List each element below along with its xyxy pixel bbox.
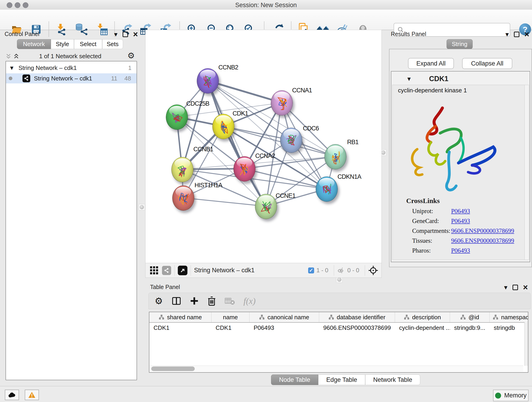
column-header-name[interactable]: name bbox=[211, 312, 249, 322]
panel-collapse-icon[interactable]: ▼ bbox=[505, 32, 509, 37]
table-row[interactable]: CDK1CDK1P064939606.ENSP00000378699cyclin… bbox=[149, 323, 528, 333]
crosslink-label: Tissues: bbox=[412, 237, 451, 244]
birdseye-toggle-icon[interactable] bbox=[178, 266, 187, 275]
panel-float-icon[interactable] bbox=[123, 32, 128, 37]
cell-namespace[interactable]: stringdb bbox=[490, 324, 528, 332]
network-node-CCNE1[interactable] bbox=[255, 194, 277, 219]
panel-close-icon[interactable]: × bbox=[133, 32, 138, 37]
node-label-CDKN1A: CDKN1A bbox=[337, 173, 361, 180]
network-node-CDKN1A[interactable] bbox=[316, 177, 338, 202]
collapse-all-button[interactable]: Collapse All bbox=[462, 58, 512, 69]
node-label-HIST1H1A: HIST1H1A bbox=[195, 182, 222, 189]
network-selector-row: 1 of 1 Network selected ⚙ bbox=[0, 51, 140, 61]
edge-CCNE1-HIST1H1A[interactable] bbox=[183, 198, 266, 206]
network-canvas[interactable]: CCNB2CCNA1CDC25BCDK1CDC6RB1CCNB1CCNA2CDK… bbox=[145, 30, 382, 263]
import-network-file-icon[interactable] bbox=[55, 22, 68, 36]
crosslink-link[interactable]: 9606.ENSP00000378699 bbox=[451, 237, 514, 244]
protein-squiggle bbox=[275, 96, 288, 111]
table-horizontal-scrollbar[interactable] bbox=[150, 366, 523, 372]
tab-node-table[interactable]: Node Table bbox=[271, 375, 318, 385]
column-header-shared-name[interactable]: shared name bbox=[149, 312, 211, 322]
tab-select[interactable]: Select bbox=[74, 39, 102, 49]
left-splitter-handle[interactable] bbox=[139, 204, 145, 211]
delete-table-icon[interactable] bbox=[225, 297, 235, 305]
memory-button[interactable]: Memory bbox=[493, 390, 529, 401]
column-header-canonical-name[interactable]: canonical name bbox=[249, 312, 319, 322]
warnings-button[interactable] bbox=[25, 390, 39, 400]
network-node-HIST1H1A[interactable] bbox=[172, 185, 194, 211]
cell-shared-name[interactable]: CDK1 bbox=[149, 324, 211, 332]
network-node-CCNB1[interactable] bbox=[171, 157, 193, 182]
crosslink-label: Compartments: bbox=[412, 227, 451, 235]
tab-edge-table[interactable]: Edge Table bbox=[318, 375, 365, 385]
column-network-icon bbox=[329, 314, 334, 320]
panel-collapse-icon[interactable]: ▼ bbox=[114, 32, 118, 37]
cell-description[interactable]: cyclin-dependent ... bbox=[395, 324, 450, 332]
panel-collapse-icon[interactable]: ▼ bbox=[504, 285, 507, 290]
function-builder-icon[interactable]: f(x) bbox=[244, 296, 256, 306]
network-node-RB1[interactable] bbox=[324, 144, 346, 169]
column-header-@id[interactable]: @id bbox=[450, 312, 490, 322]
cell-canonical-name[interactable]: P06493 bbox=[249, 324, 319, 332]
table-header-row: shared namenamecanonical namedatabase id… bbox=[149, 312, 528, 323]
column-header-description[interactable]: description bbox=[395, 312, 450, 322]
crosslink-link[interactable]: P06493 bbox=[451, 247, 470, 254]
panel-float-icon[interactable] bbox=[513, 285, 518, 290]
results-scrollbar[interactable] bbox=[525, 85, 529, 260]
cell-name[interactable]: CDK1 bbox=[211, 324, 249, 332]
crosslink-link[interactable]: P06493 bbox=[451, 217, 470, 225]
network-node-CCNA2[interactable] bbox=[234, 156, 255, 182]
column-header-database-identifier[interactable]: database identifier bbox=[319, 312, 395, 322]
import-table-file-icon[interactable] bbox=[96, 22, 109, 36]
network-node-CDC25B[interactable] bbox=[166, 104, 188, 130]
crosslink-label: Pharos: bbox=[412, 247, 451, 254]
crosslink-label: Uniprot: bbox=[412, 208, 451, 215]
network-node-CDK1[interactable] bbox=[212, 114, 234, 139]
table-vertical-scrollbar[interactable] bbox=[525, 322, 528, 366]
crosslink-link[interactable]: P06493 bbox=[451, 208, 470, 215]
selected-checkbox-icon[interactable]: ✓ bbox=[308, 268, 314, 274]
network-node-CCNA1[interactable] bbox=[271, 90, 293, 115]
node-label-CDK1: CDK1 bbox=[233, 110, 248, 117]
import-network-database-icon[interactable] bbox=[75, 22, 88, 36]
delete-column-icon[interactable] bbox=[207, 296, 216, 306]
tab-network-table[interactable]: Network Table bbox=[365, 375, 420, 385]
network-row-selected[interactable]: String Network – cdk1 11 48 bbox=[6, 73, 137, 83]
selected-counts: 1 - 0 bbox=[317, 267, 328, 274]
network-node-CDC6[interactable] bbox=[280, 128, 302, 153]
show-columns-icon[interactable] bbox=[172, 296, 181, 306]
protein-squiggle bbox=[238, 162, 251, 177]
tab-network[interactable]: Network bbox=[17, 39, 51, 49]
edge-CCNB2-CCNA1[interactable] bbox=[208, 81, 282, 103]
results-tab-string[interactable]: String bbox=[447, 39, 473, 49]
column-header-namespace[interactable]: namespace bbox=[490, 312, 528, 322]
column-label: description bbox=[412, 314, 441, 321]
panel-close-icon[interactable]: × bbox=[523, 285, 528, 290]
hidden-eye-icon[interactable] bbox=[337, 267, 345, 274]
cell-@id[interactable]: stringdb:9... bbox=[450, 324, 490, 332]
grid-view-icon[interactable] bbox=[150, 266, 159, 275]
add-column-icon[interactable] bbox=[190, 297, 199, 305]
section-collapse-icon[interactable]: ▼ bbox=[407, 76, 411, 81]
crosshair-icon[interactable] bbox=[368, 265, 378, 275]
expand-all-button[interactable]: Expand All bbox=[408, 58, 454, 69]
string-share-icon[interactable] bbox=[162, 266, 171, 275]
crosslink-link[interactable]: 9606.ENSP00000378699 bbox=[451, 227, 514, 235]
tab-sets[interactable]: Sets bbox=[102, 39, 123, 49]
gear-icon[interactable]: ⚙ bbox=[127, 51, 135, 60]
panel-float-icon[interactable] bbox=[514, 32, 519, 37]
cell-database-identifier[interactable]: 9606.ENSP00000378699 bbox=[319, 324, 395, 332]
network-node-CCNB2[interactable] bbox=[197, 68, 219, 94]
column-network-icon bbox=[159, 314, 164, 320]
panel-close-icon[interactable]: × bbox=[525, 32, 529, 37]
window-titlebar: Session: New Session bbox=[0, 0, 532, 10]
gene-details: cyclin-dependent kinase 1 CrossLinks Uni… bbox=[392, 85, 525, 260]
table-settings-gear-icon[interactable]: ⚙ bbox=[155, 296, 163, 306]
tab-style[interactable]: Style bbox=[51, 39, 74, 49]
cloud-status-button[interactable] bbox=[5, 390, 19, 400]
network-collection-row[interactable]: ▼ String Network – cdk1 1 bbox=[6, 63, 137, 73]
scrollbar-thumb[interactable] bbox=[151, 366, 195, 371]
gene-section-header[interactable]: ▼ CDK1 bbox=[392, 74, 520, 84]
tree-expand-icon[interactable]: ▼ bbox=[10, 65, 13, 70]
control-panel-tabs: NetworkStyleSelectSets bbox=[17, 39, 123, 49]
